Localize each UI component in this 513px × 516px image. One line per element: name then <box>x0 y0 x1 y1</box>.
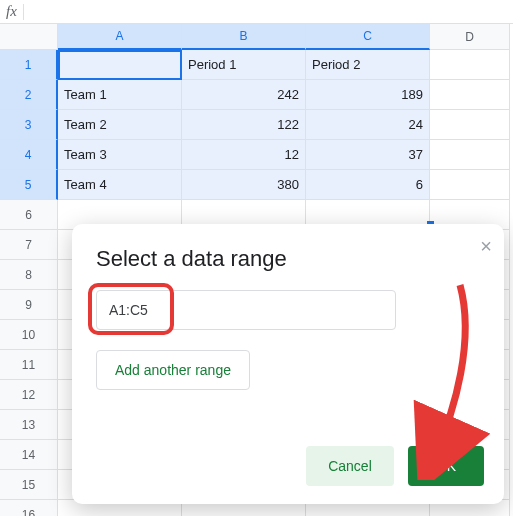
cell-a5[interactable]: Team 4 <box>58 170 182 200</box>
select-data-range-dialog: × Select a data range Add another range … <box>72 224 504 504</box>
fx-icon: fx <box>6 3 17 20</box>
cell-c5[interactable]: 6 <box>306 170 430 200</box>
cell-d5[interactable] <box>430 170 510 200</box>
row-header-15[interactable]: 15 <box>0 470 58 500</box>
cell-d4[interactable] <box>430 140 510 170</box>
row-header-5[interactable]: 5 <box>0 170 58 200</box>
row-header-9[interactable]: 9 <box>0 290 58 320</box>
dialog-title: Select a data range <box>96 246 480 272</box>
cell-d2[interactable] <box>430 80 510 110</box>
cell-a1[interactable] <box>58 50 182 80</box>
row-header-4[interactable]: 4 <box>0 140 58 170</box>
col-header-d[interactable]: D <box>430 24 510 50</box>
ok-button[interactable]: OK <box>408 446 484 486</box>
row-header-12[interactable]: 12 <box>0 380 58 410</box>
row-header-7[interactable]: 7 <box>0 230 58 260</box>
cell-c2[interactable]: 189 <box>306 80 430 110</box>
cell-c3[interactable]: 24 <box>306 110 430 140</box>
cell-a2[interactable]: Team 1 <box>58 80 182 110</box>
cell-b4[interactable]: 12 <box>182 140 306 170</box>
cell-b1[interactable]: Period 1 <box>182 50 306 80</box>
row-header-1[interactable]: 1 <box>0 50 58 80</box>
cell-c1[interactable]: Period 2 <box>306 50 430 80</box>
cell-d1[interactable] <box>430 50 510 80</box>
col-header-a[interactable]: A <box>58 24 182 50</box>
cell-b5[interactable]: 380 <box>182 170 306 200</box>
row-header-10[interactable]: 10 <box>0 320 58 350</box>
row-header-11[interactable]: 11 <box>0 350 58 380</box>
divider <box>23 4 24 20</box>
row-header-6[interactable]: 6 <box>0 200 58 230</box>
close-icon[interactable]: × <box>480 236 492 256</box>
cancel-button[interactable]: Cancel <box>306 446 394 486</box>
formula-bar[interactable]: fx <box>0 0 513 24</box>
row-header-14[interactable]: 14 <box>0 440 58 470</box>
cell-a3[interactable]: Team 2 <box>58 110 182 140</box>
row-header-2[interactable]: 2 <box>0 80 58 110</box>
cell-c4[interactable]: 37 <box>306 140 430 170</box>
cell-a4[interactable]: Team 3 <box>58 140 182 170</box>
cell-b2[interactable]: 242 <box>182 80 306 110</box>
row-header-16[interactable]: 16 <box>0 500 58 516</box>
row-header-3[interactable]: 3 <box>0 110 58 140</box>
row-header-13[interactable]: 13 <box>0 410 58 440</box>
row-header-8[interactable]: 8 <box>0 260 58 290</box>
cell-d3[interactable] <box>430 110 510 140</box>
col-header-c[interactable]: C <box>306 24 430 50</box>
range-input[interactable] <box>96 290 396 330</box>
cell-b3[interactable]: 122 <box>182 110 306 140</box>
add-another-range-button[interactable]: Add another range <box>96 350 250 390</box>
select-all-corner[interactable] <box>0 24 58 50</box>
col-header-b[interactable]: B <box>182 24 306 50</box>
